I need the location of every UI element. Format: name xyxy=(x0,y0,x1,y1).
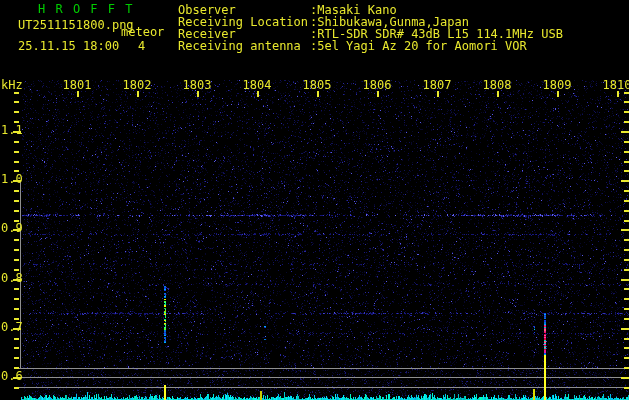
mode-label: meteor xyxy=(121,26,164,39)
app-title: H R O F F T xyxy=(38,3,134,16)
time-tick-label: 1807 xyxy=(422,79,452,92)
hrofft-window: H R O F F T UT2511151800.png meteor 25.1… xyxy=(0,0,629,400)
time-tick-label: 1808 xyxy=(482,79,512,92)
freq-tick-label: 0.9 xyxy=(1,222,23,235)
axis-and-bargraph-canvas xyxy=(0,0,629,400)
freq-tick-label: 1.0 xyxy=(1,173,23,186)
time-tick-label: 1801 xyxy=(62,79,92,92)
station-info-value: :5el Yagi Az 20 for Aomori VOR xyxy=(310,40,527,53)
station-info-label: Receiving antenna xyxy=(178,40,301,53)
time-tick-label: 1806 xyxy=(362,79,392,92)
time-tick-label: 1804 xyxy=(242,79,272,92)
freq-tick-label: 0.6 xyxy=(1,370,23,383)
time-tick-label: 1810 xyxy=(602,79,629,92)
time-tick-label: 1802 xyxy=(122,79,152,92)
time-tick-label: 1805 xyxy=(302,79,332,92)
freq-axis-unit: kHz xyxy=(1,79,23,92)
freq-tick-label: 1.1 xyxy=(1,124,23,137)
datetime-label: 25.11.15 18:00 xyxy=(18,40,119,53)
time-tick-label: 1809 xyxy=(542,79,572,92)
freq-tick-label: 0.7 xyxy=(1,321,23,334)
freq-tick-label: 0.8 xyxy=(1,272,23,285)
filename-label: UT2511151800.png xyxy=(18,19,134,32)
time-tick-label: 1803 xyxy=(182,79,212,92)
echo-count: 4 xyxy=(138,40,145,53)
